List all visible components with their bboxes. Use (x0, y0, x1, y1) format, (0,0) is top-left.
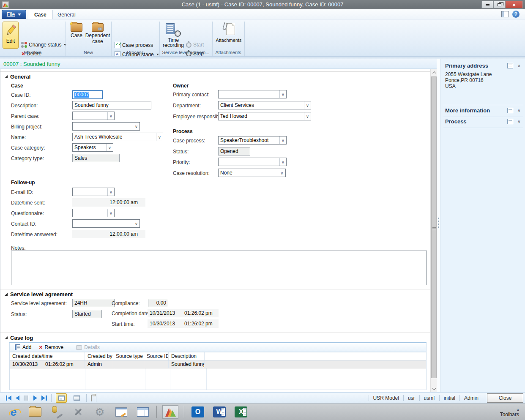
factbox-open-icon[interactable] (507, 119, 513, 124)
first-record-button[interactable] (6, 395, 11, 401)
column-header[interactable]: Source type (113, 352, 144, 360)
taskbar-toolbars[interactable]: » Toolbars (500, 408, 519, 417)
taskbar-dynamics-ax-active[interactable] (162, 405, 178, 419)
taskbar-word[interactable]: W (211, 405, 227, 419)
excel-icon: X (235, 406, 247, 417)
details-view-button[interactable] (56, 393, 67, 403)
factbox-more-information-header[interactable]: More information ∨ (445, 107, 522, 114)
primary-contact-combobox[interactable]: ∨ (218, 90, 287, 98)
factbox-splitter[interactable] (437, 59, 440, 392)
dropdown-arrow-icon[interactable]: ∨ (107, 209, 114, 217)
vertical-scrollbar[interactable] (430, 69, 437, 392)
factbox-process-header[interactable]: Process ∨ (445, 118, 522, 125)
dropdown-arrow-icon[interactable]: ∨ (279, 136, 286, 144)
next-record-button[interactable] (33, 395, 37, 401)
case-log-remove-button[interactable]: × Remove (36, 344, 66, 350)
notes-textarea[interactable] (11, 251, 427, 285)
dropdown-arrow-icon[interactable]: ∨ (156, 133, 163, 141)
cell-description: Sounded funny (169, 360, 205, 368)
factbox-open-icon[interactable] (507, 63, 513, 68)
factbox-primary-address-header[interactable]: Primary address ∧ (445, 63, 522, 69)
column-header[interactable]: Source ID (144, 352, 169, 360)
priority-combobox[interactable]: ∨ (218, 158, 287, 166)
collapse-chevron-icon[interactable]: ∧ (517, 63, 522, 68)
scroll-down-button[interactable] (431, 385, 437, 392)
parent-case-combobox[interactable]: ∨ (72, 112, 115, 120)
edit-button[interactable]: Edit (3, 22, 19, 49)
taskbar-services[interactable]: ⚙ (92, 405, 108, 419)
dropdown-arrow-icon[interactable]: ∨ (106, 144, 113, 151)
dropdown-arrow-icon[interactable]: ∨ (107, 188, 114, 196)
case-category-combobox[interactable]: Speakers∨ (72, 143, 113, 152)
case-process-button[interactable]: ✓✓ Case process (115, 42, 153, 48)
group-label-maintain: Maintain (0, 50, 66, 56)
taskbar-internet-explorer[interactable]: e (5, 405, 22, 419)
questionnaire-combobox[interactable]: ∨ (72, 209, 115, 217)
expand-chevron-icon[interactable]: ∨ (517, 119, 522, 124)
description-field[interactable]: Sounded funny (72, 101, 151, 109)
taskbar-config-tool[interactable] (49, 405, 65, 419)
contact-id-combobox[interactable]: ∨ (72, 219, 140, 228)
dropdown-arrow-icon[interactable]: ∨ (279, 169, 285, 177)
column-header-filler (205, 352, 426, 360)
dropdown-arrow-icon[interactable]: ∨ (279, 90, 286, 98)
change-status-button[interactable]: Change status (21, 42, 66, 48)
tab-general[interactable]: General (52, 10, 82, 19)
dropdown-arrow-icon[interactable]: ∨ (107, 112, 114, 120)
factbox-open-icon[interactable] (507, 108, 513, 113)
taskbar-separator (184, 406, 184, 418)
fasttab-general[interactable]: General (5, 74, 30, 80)
name-combobox[interactable]: Ash Trees Wholesale∨ (72, 133, 163, 141)
dropdown-arrow-icon[interactable]: ∨ (279, 158, 286, 166)
dropdown-arrow-icon[interactable]: ∨ (133, 220, 139, 227)
last-record-button[interactable] (41, 395, 47, 401)
factbox-pane: Primary address ∧ 2055 Westgate Lane Pon… (440, 59, 525, 392)
record-title: 00007 : Sounded funny (3, 61, 60, 67)
taskbar-outlook[interactable]: O (190, 405, 206, 419)
previous-record-button[interactable] (16, 395, 19, 401)
dependent-case-button[interactable]: Dependent case (86, 22, 109, 44)
taskbar-form-designer[interactable] (113, 405, 129, 419)
department-combobox[interactable]: Client Services∨ (218, 101, 311, 109)
scrollbar-thumb[interactable] (431, 76, 437, 378)
close-form-button[interactable]: Close (487, 393, 523, 403)
close-window-button[interactable]: × (505, 1, 523, 8)
file-menu-button[interactable]: File (2, 10, 26, 19)
time-recording-button[interactable]: Time recording (163, 22, 184, 48)
employee-responsible-combobox[interactable]: Ted Howard∨ (218, 112, 311, 120)
time-recording-icon (166, 23, 181, 37)
status-model: USR Model (369, 395, 403, 401)
taskbar-admin-tools[interactable] (70, 405, 86, 419)
layout-pane-icon[interactable] (501, 11, 509, 17)
case-log-row[interactable]: 10/30/2013 01:26:02 pm Admin Sounded fun… (10, 360, 426, 368)
email-id-combobox[interactable]: ∨ (72, 188, 115, 196)
attachments-button[interactable]: Attachments (215, 22, 243, 43)
column-header[interactable]: Description (169, 352, 205, 360)
case-process-combobox[interactable]: SpeakerTroubleshoot∨ (218, 136, 287, 145)
close-icon: × (512, 2, 516, 8)
expand-chevron-icon[interactable]: ∨ (517, 108, 522, 113)
fasttab-sla[interactable]: Service level agreement (5, 291, 73, 297)
help-icon[interactable]: ? (512, 11, 520, 18)
column-header[interactable]: Created by (85, 352, 113, 360)
dropdown-arrow-icon[interactable]: ∨ (133, 123, 139, 130)
taskbar-excel[interactable]: X (233, 405, 249, 419)
column-header[interactable]: Created date/time (10, 352, 85, 360)
minimize-button[interactable] (481, 1, 493, 8)
case-id-field[interactable]: 00007 (72, 90, 103, 99)
tab-case[interactable]: Case (28, 10, 53, 19)
dropdown-arrow-icon[interactable]: ∨ (304, 112, 311, 120)
case-resolution-combobox[interactable]: None∨ (218, 169, 286, 177)
taskbar-file-explorer[interactable] (27, 405, 43, 419)
billing-project-combobox[interactable]: ∨ (72, 122, 140, 131)
document-handling-button[interactable] (91, 395, 92, 401)
new-case-button[interactable]: ★ Case (68, 22, 85, 38)
scroll-up-button[interactable] (431, 69, 437, 76)
case-log-add-button[interactable]: Add (12, 344, 34, 350)
taskbar-table-browser[interactable] (135, 405, 151, 419)
grid-view-button[interactable] (71, 393, 82, 403)
dropdown-arrow-icon[interactable]: ∨ (304, 101, 311, 109)
restore-button[interactable] (493, 1, 505, 8)
datetime-answered-label: Date/time answered: (11, 232, 57, 237)
fasttab-case-log[interactable]: Case log (5, 335, 33, 341)
